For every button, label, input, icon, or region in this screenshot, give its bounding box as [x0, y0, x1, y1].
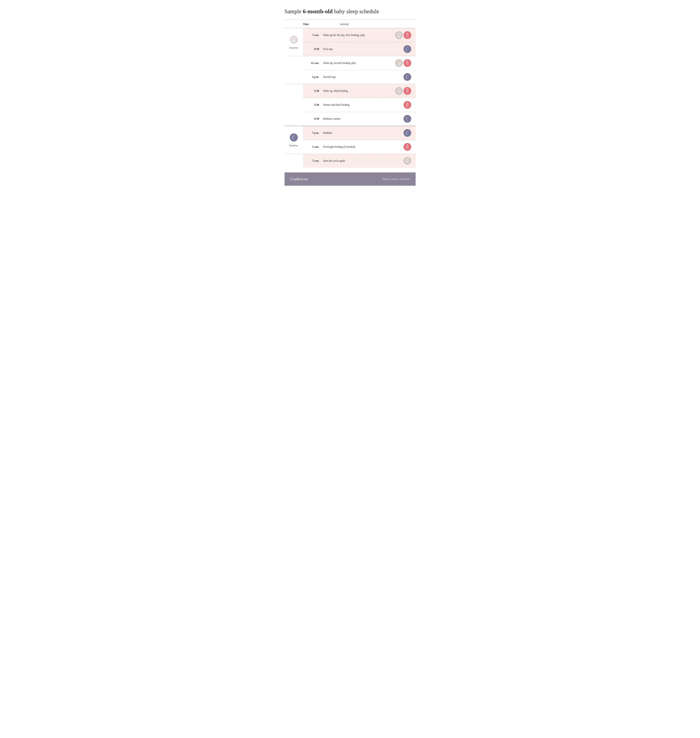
table-row: 5:30 Dinner and final feeding: [285, 98, 416, 112]
activity-column-header: Activity: [340, 20, 396, 28]
schedule-table: Time Activity Daytime 7 a.m. Wake up for…: [285, 20, 416, 168]
bottle-icon-circle3: [403, 87, 411, 95]
table-row: Bedtime 7 p.m. Bedtime: [285, 126, 416, 140]
table-row: 3:30 Wake up, third feeding: [285, 84, 416, 98]
moon-icon-circle4: [403, 129, 411, 137]
table-header: Time Activity: [285, 20, 416, 28]
bottle-icon-circle5: [403, 143, 411, 151]
bottle-icon-circle2: [403, 59, 411, 67]
baby-icon-circle: [395, 31, 403, 39]
bottle-icon-circle: [403, 31, 411, 39]
baby-icon-circle3: [395, 87, 403, 95]
footer: Cradlewise Made by parents, for parents: [285, 172, 416, 186]
bedtime-moon-icon: [289, 133, 299, 142]
row-11am: 11 a.m. Wake up, second feeding, play: [303, 56, 416, 70]
footer-tagline: Made by parents, for parents: [382, 178, 410, 180]
row-7am-cycle: 7 a.m. Start the cycle again: [303, 154, 416, 168]
table-row: 2 p.m. Second nap: [285, 70, 416, 84]
baby-icon-circle4: [403, 157, 411, 165]
row-330: 3:30 Wake up, third feeding: [303, 84, 416, 98]
svg-point-10: [290, 35, 298, 44]
brand-name: Cradlewise: [290, 177, 308, 181]
row-1am: 1 a.m. Overnight feeding (if needed): [303, 140, 416, 154]
svg-point-11: [290, 133, 298, 141]
moon-icon-circle2: [403, 73, 411, 81]
row-630: 6:30 Bedtime routine: [303, 112, 416, 126]
row-2pm: 2 p.m. Second nap: [303, 70, 416, 84]
page-title: Sample 6-month-old baby sleep schedule: [285, 8, 416, 15]
row-930-nap1: 9:30 First nap: [303, 42, 416, 56]
table-row: 1 a.m. Overnight feeding (if needed): [285, 140, 416, 154]
row-530: 5:30 Dinner and final feeding: [303, 98, 416, 112]
time-column-header: Time: [303, 20, 340, 28]
moon-icon-circle: [403, 45, 411, 53]
table-row: 6:30 Bedtime routine: [285, 112, 416, 126]
daytime-baby-icon: [289, 35, 299, 44]
table-row: 9:30 First nap: [285, 42, 416, 56]
table-row: Daytime 7 a.m. Wake up for the day, firs…: [285, 28, 416, 42]
table-row: 11 a.m. Wake up, second feeding, play: [285, 56, 416, 70]
bedtime-section-label: Bedtime: [285, 126, 303, 154]
moon-icon-circle3: [403, 115, 411, 123]
baby-icon-circle2: [395, 59, 403, 67]
daytime-section-label: Daytime: [285, 28, 303, 56]
table-row: 7 a.m. Start the cycle again: [285, 154, 416, 168]
bottle-icon-circle4: [403, 101, 411, 109]
row-7am-daytime: 7 a.m. Wake up for the day, first feedin…: [303, 28, 416, 42]
row-7pm: 7 p.m. Bedtime: [303, 126, 416, 140]
